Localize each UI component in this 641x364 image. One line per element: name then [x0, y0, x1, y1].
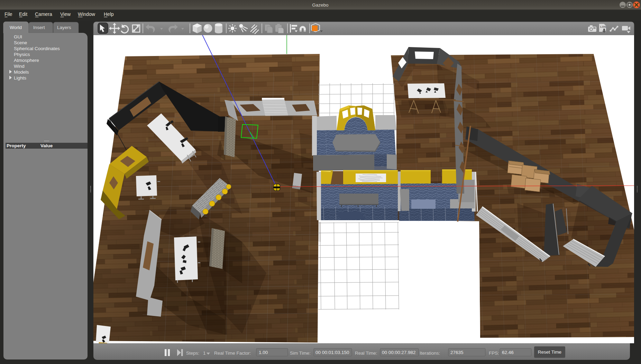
svg-text:Sim Time:: Sim Time: — [290, 351, 311, 356]
svg-text:Insert: Insert — [33, 25, 45, 30]
svg-text:GUI: GUI — [14, 34, 22, 39]
svg-text:Physics: Physics — [14, 52, 30, 57]
svg-text:Help: Help — [104, 11, 114, 17]
svg-text:View: View — [60, 11, 71, 17]
svg-text:FPS:: FPS: — [489, 351, 499, 356]
svg-text:Atmosphere: Atmosphere — [14, 58, 39, 63]
svg-text:Camera: Camera — [35, 11, 52, 17]
svg-text:Steps:: Steps: — [186, 351, 199, 356]
svg-text:Lights: Lights — [14, 75, 26, 81]
svg-text:Spherical Coordinates: Spherical Coordinates — [14, 46, 60, 51]
svg-text:Scene: Scene — [14, 40, 27, 45]
svg-text:Layers: Layers — [57, 25, 71, 30]
svg-text:Real Time:: Real Time: — [355, 351, 377, 356]
svg-text:Gazebo: Gazebo — [312, 2, 328, 8]
svg-text:Value: Value — [40, 143, 53, 148]
svg-text:Property: Property — [7, 143, 26, 148]
svg-text:Window: Window — [78, 11, 95, 17]
svg-text:1: 1 — [203, 351, 206, 356]
svg-text:00 00:01:03.150: 00 00:01:03.150 — [315, 350, 349, 355]
svg-text:00 00:00:27.982: 00 00:00:27.982 — [382, 350, 416, 355]
svg-text:World: World — [10, 25, 22, 30]
svg-text:62.46: 62.46 — [502, 350, 514, 355]
svg-text:Wind: Wind — [14, 64, 25, 69]
svg-text:Edit: Edit — [19, 11, 27, 17]
svg-text:Iterations:: Iterations: — [420, 351, 440, 356]
svg-text:File: File — [4, 11, 12, 17]
svg-text:1.00: 1.00 — [259, 350, 268, 355]
svg-text:Reset Time: Reset Time — [538, 349, 561, 355]
svg-text:27635: 27635 — [450, 350, 464, 355]
svg-text:Models: Models — [14, 69, 29, 75]
svg-text:LOG: LOG — [600, 25, 606, 28]
svg-text:Real Time Factor:: Real Time Factor: — [214, 351, 251, 356]
